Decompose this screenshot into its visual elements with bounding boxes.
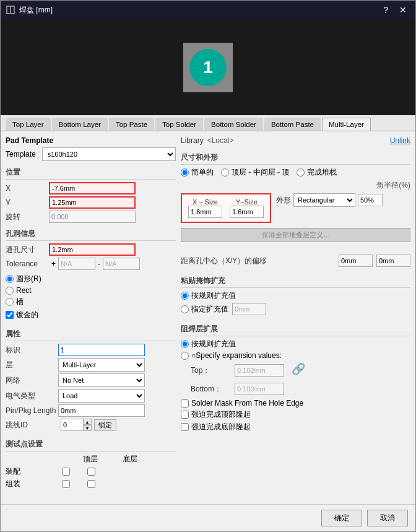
- simple-radio[interactable]: [181, 168, 189, 177]
- elec-select[interactable]: Load: [58, 389, 145, 403]
- solder-mask-hole-row: Solder Mask From The Hole Edge: [181, 399, 410, 408]
- pin-pkg-input[interactable]: [58, 404, 145, 417]
- tolerance-label: Tolerance: [6, 259, 49, 268]
- assembly-bottom-check[interactable]: [87, 468, 95, 476]
- simple-label: 简单的: [191, 167, 214, 178]
- bottom-solder-input[interactable]: [235, 383, 284, 395]
- close-button[interactable]: ✕: [396, 5, 410, 15]
- help-button[interactable]: ?: [379, 5, 392, 15]
- template-row: Template s160h120: [6, 147, 176, 161]
- offset-x-input[interactable]: [339, 255, 373, 267]
- x-row: X: [6, 182, 176, 194]
- tab-top-solder[interactable]: Top Solder: [155, 118, 203, 131]
- offset-label: 距离孔中心（X/Y）的偏移: [181, 256, 335, 266]
- ok-button[interactable]: 确定: [321, 510, 362, 526]
- lock-button[interactable]: 锁定: [94, 419, 116, 431]
- tab-top-layer[interactable]: Top Layer: [6, 118, 51, 131]
- shape-slot-option[interactable]: 槽: [6, 297, 176, 307]
- paste-title: 粘贴掩饰扩充: [181, 276, 410, 288]
- traceid-label: 跳线ID: [6, 420, 58, 430]
- shape-rect-radio[interactable]: [6, 287, 14, 295]
- top-solder-input[interactable]: [235, 364, 284, 377]
- top-mid-option[interactable]: 顶层 - 中间层 - 顶: [221, 167, 289, 178]
- test-points-section: 测试点设置 顶层 底层 装配 组装: [6, 439, 176, 491]
- complete-option[interactable]: 完成堆栈: [297, 167, 337, 178]
- tol-plus-sign: +: [51, 259, 56, 268]
- paste-rule-option[interactable]: 按规则扩充值: [181, 290, 410, 301]
- stepper-down[interactable]: ▼: [83, 425, 92, 431]
- layer-select[interactable]: Multi-Layer: [58, 358, 145, 372]
- build-top-check[interactable]: [62, 480, 70, 488]
- define-layers-button[interactable]: 保港全部堆叠层定义...: [181, 228, 410, 242]
- layer-attr-row: 层 Multi-Layer: [6, 358, 176, 372]
- assembly-label: 装配: [6, 466, 58, 477]
- plated-label: 镀金的: [16, 310, 38, 320]
- assembly-top-check[interactable]: [62, 468, 70, 476]
- tol-plus-input[interactable]: [58, 258, 95, 270]
- plated-checkbox[interactable]: [6, 311, 14, 319]
- pad-circle: 1: [189, 49, 227, 86]
- solder-specify-radio[interactable]: [181, 352, 189, 360]
- tab-multi-layer[interactable]: Multi-Layer: [322, 118, 371, 131]
- hole-title: 孔洞信息: [6, 229, 176, 241]
- solder-rule-option[interactable]: 按规则扩充值: [181, 339, 410, 349]
- paste-section: 粘贴掩饰扩充 按规则扩充值 指定扩充值: [181, 276, 410, 318]
- elec-label: 电气类型: [6, 391, 58, 401]
- stepper-up[interactable]: ▲: [83, 419, 92, 425]
- offset-y-input[interactable]: [376, 255, 410, 267]
- shape-circle-option[interactable]: 圆形(R): [6, 274, 176, 284]
- build-checks: [62, 480, 95, 488]
- force-top-checkbox[interactable]: [181, 411, 189, 419]
- id-input[interactable]: [58, 344, 145, 356]
- solder-specify-option[interactable]: ○Specify expansion values:: [181, 351, 410, 360]
- shape-circle-label: 圆形(R): [16, 274, 41, 284]
- xsize-input[interactable]: [188, 206, 222, 218]
- build-bottom-check[interactable]: [87, 480, 95, 488]
- template-select[interactable]: s160h120: [42, 147, 176, 161]
- paste-specify-label: 指定扩充值: [191, 304, 228, 315]
- percent-input[interactable]: [358, 194, 383, 206]
- paste-specify-input[interactable]: [232, 303, 266, 315]
- top-mid-radio[interactable]: [221, 168, 229, 177]
- solder-mask-hole-checkbox[interactable]: [181, 399, 189, 408]
- hole-size-input[interactable]: [49, 243, 136, 256]
- paste-specify-radio[interactable]: [181, 305, 189, 313]
- paste-rule-radio[interactable]: [181, 292, 189, 300]
- complete-label: 完成堆栈: [307, 167, 337, 178]
- build-label: 组装: [6, 479, 58, 489]
- tol-minus-input[interactable]: [103, 258, 140, 270]
- tab-top-paste[interactable]: Top Paste: [109, 118, 154, 131]
- pad-number: 1: [203, 58, 213, 77]
- y-label: Y: [6, 198, 49, 207]
- shape-slot-radio[interactable]: [6, 298, 14, 306]
- shape-rect-option[interactable]: Rect: [6, 286, 176, 295]
- traceid-input[interactable]: [61, 419, 83, 431]
- tab-bottom-layer[interactable]: Bottom Layer: [52, 118, 108, 131]
- solder-title: 阻焊层扩展: [181, 324, 410, 336]
- y-input[interactable]: [49, 196, 136, 209]
- complete-radio[interactable]: [297, 168, 305, 177]
- tab-bottom-paste[interactable]: Bottom Paste: [264, 118, 321, 131]
- solder-rule-radio[interactable]: [181, 340, 189, 348]
- right-panel: Library <Local> Unlink 尺寸和外形 简单的 顶层 - 中间…: [181, 136, 410, 499]
- outer-select[interactable]: Rectangular Round Chamfered: [293, 193, 355, 207]
- main-content: Pad Template Template s160h120 位置 X Y: [1, 131, 415, 504]
- tab-bottom-solder[interactable]: Bottom Solder: [204, 118, 263, 131]
- id-row: 标识: [6, 344, 176, 356]
- net-select[interactable]: No Net: [58, 373, 145, 387]
- library-row: Library <Local> Unlink: [181, 136, 410, 145]
- simple-option[interactable]: 简单的: [181, 167, 214, 178]
- force-bottom-checkbox[interactable]: [181, 423, 189, 431]
- cancel-button[interactable]: 取消: [367, 510, 408, 526]
- x-input[interactable]: [49, 182, 136, 194]
- paste-specify-row: 指定扩充值: [181, 303, 410, 315]
- solder-mask-hole-label: Solder Mask From The Hole Edge: [191, 399, 303, 408]
- ysize-input[interactable]: [230, 206, 264, 218]
- ysize-col: Y–Size: [230, 198, 264, 218]
- assembly-row: 装配: [6, 466, 176, 477]
- test-header: 顶层 底层: [6, 454, 176, 464]
- rotation-input[interactable]: [49, 211, 136, 223]
- unlink-button[interactable]: Unlink: [390, 136, 410, 145]
- paste-specify-option[interactable]: 指定扩充值: [181, 304, 228, 315]
- shape-circle-radio[interactable]: [6, 275, 14, 283]
